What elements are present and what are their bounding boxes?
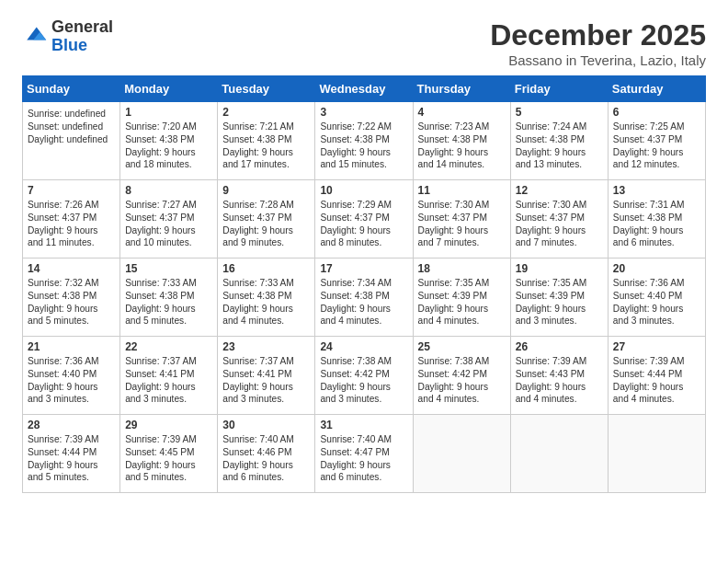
day-number: 15 [125,262,212,275]
day-number: 5 [516,106,603,119]
calendar-cell: 26Sunrise: 7:39 AMSunset: 4:43 PMDayligh… [510,337,608,415]
day-number: 10 [320,184,407,197]
calendar-cell: 8Sunrise: 7:27 AMSunset: 4:37 PMDaylight… [120,180,218,259]
day-number: 27 [613,340,700,353]
day-number: 3 [320,106,407,119]
cell-content: Sunrise: 7:40 AMSunset: 4:47 PMDaylight:… [320,433,407,484]
calendar-cell: 2Sunrise: 7:21 AMSunset: 4:38 PMDaylight… [218,102,315,180]
cell-content: Sunrise: 7:38 AMSunset: 4:42 PMDaylight:… [418,355,506,406]
cell-content: Sunrise: 7:26 AMSunset: 4:37 PMDaylight:… [28,199,115,249]
title-block: December 2025 Bassano in Teverina, Lazio… [490,18,706,68]
cell-content: Sunrise: 7:30 AMSunset: 4:37 PMDaylight:… [418,199,506,249]
day-number: 29 [125,419,212,431]
day-number: 9 [222,184,310,197]
cell-content: Sunrise: 7:31 AMSunset: 4:38 PMDaylight:… [613,199,700,249]
weekday-tuesday: Tuesday [218,76,315,102]
cell-content: Sunrise: 7:28 AMSunset: 4:37 PMDaylight:… [222,199,310,249]
calendar-cell: 17Sunrise: 7:34 AMSunset: 4:38 PMDayligh… [315,259,413,337]
calendar-cell: 5Sunrise: 7:24 AMSunset: 4:38 PMDaylight… [510,102,608,180]
cell-content: Sunrise: 7:29 AMSunset: 4:37 PMDaylight:… [320,199,407,249]
calendar-cell: 19Sunrise: 7:35 AMSunset: 4:39 PMDayligh… [510,259,608,337]
cell-content: Sunrise: 7:34 AMSunset: 4:38 PMDaylight:… [320,277,407,327]
weekday-wednesday: Wednesday [315,76,413,102]
weekday-thursday: Thursday [413,76,510,102]
weekday-saturday: Saturday [608,76,705,102]
calendar-cell: Sunrise: undefinedSunset: undefinedDayli… [23,102,120,180]
page-header: General Blue December 2025 Bassano in Te… [22,18,706,68]
cell-content: Sunrise: 7:39 AMSunset: 4:44 PMDaylight:… [28,433,115,484]
day-number: 31 [320,419,407,431]
calendar-cell: 14Sunrise: 7:32 AMSunset: 4:38 PMDayligh… [23,259,120,337]
day-number: 7 [28,184,115,197]
weekday-sunday: Sunday [23,76,120,102]
day-number: 28 [28,419,115,431]
week-row-4: 21Sunrise: 7:36 AMSunset: 4:40 PMDayligh… [23,337,706,415]
week-row-3: 14Sunrise: 7:32 AMSunset: 4:38 PMDayligh… [23,259,706,337]
cell-content: Sunrise: 7:39 AMSunset: 4:45 PMDaylight:… [125,433,212,484]
logo-blue: Blue [51,36,87,54]
cell-content: Sunrise: undefinedSunset: undefinedDayli… [28,108,115,145]
day-number: 22 [125,340,212,353]
cell-content: Sunrise: 7:23 AMSunset: 4:38 PMDaylight:… [418,121,506,171]
day-number: 1 [125,106,212,119]
cell-content: Sunrise: 7:39 AMSunset: 4:43 PMDaylight:… [516,355,603,406]
calendar-cell: 25Sunrise: 7:38 AMSunset: 4:42 PMDayligh… [413,337,510,415]
cell-content: Sunrise: 7:30 AMSunset: 4:37 PMDaylight:… [516,199,603,249]
calendar-cell: 21Sunrise: 7:36 AMSunset: 4:40 PMDayligh… [23,337,120,415]
day-number: 2 [222,106,310,119]
calendar-cell: 27Sunrise: 7:39 AMSunset: 4:44 PMDayligh… [608,337,705,415]
day-number: 30 [222,419,310,431]
calendar-cell: 11Sunrise: 7:30 AMSunset: 4:37 PMDayligh… [413,180,510,259]
week-row-5: 28Sunrise: 7:39 AMSunset: 4:44 PMDayligh… [23,415,706,493]
day-number: 13 [613,184,700,197]
calendar-cell [413,415,510,493]
day-number: 19 [516,262,603,275]
calendar-cell: 24Sunrise: 7:38 AMSunset: 4:42 PMDayligh… [315,337,413,415]
calendar-cell: 31Sunrise: 7:40 AMSunset: 4:47 PMDayligh… [315,415,413,493]
day-number: 14 [28,262,115,275]
cell-content: Sunrise: 7:39 AMSunset: 4:44 PMDaylight:… [613,355,700,406]
cell-content: Sunrise: 7:35 AMSunset: 4:39 PMDaylight:… [516,277,603,327]
cell-content: Sunrise: 7:37 AMSunset: 4:41 PMDaylight:… [125,355,212,406]
calendar-cell: 6Sunrise: 7:25 AMSunset: 4:37 PMDaylight… [608,102,705,180]
calendar-cell: 1Sunrise: 7:20 AMSunset: 4:38 PMDaylight… [120,102,218,180]
cell-content: Sunrise: 7:38 AMSunset: 4:42 PMDaylight:… [320,355,407,406]
cell-content: Sunrise: 7:27 AMSunset: 4:37 PMDaylight:… [125,199,212,249]
day-number: 25 [418,340,506,353]
day-number: 11 [418,184,506,197]
cell-content: Sunrise: 7:25 AMSunset: 4:37 PMDaylight:… [613,121,700,171]
day-number: 17 [320,262,407,275]
weekday-friday: Friday [510,76,608,102]
calendar-cell: 23Sunrise: 7:37 AMSunset: 4:41 PMDayligh… [218,337,315,415]
calendar: SundayMondayTuesdayWednesdayThursdayFrid… [22,75,706,493]
calendar-cell: 20Sunrise: 7:36 AMSunset: 4:40 PMDayligh… [608,259,705,337]
month-title: December 2025 [490,18,706,52]
day-number: 6 [613,106,700,119]
calendar-cell: 4Sunrise: 7:23 AMSunset: 4:38 PMDaylight… [413,102,510,180]
calendar-cell: 7Sunrise: 7:26 AMSunset: 4:37 PMDaylight… [23,180,120,259]
week-row-1: Sunrise: undefinedSunset: undefinedDayli… [23,102,706,180]
calendar-cell: 13Sunrise: 7:31 AMSunset: 4:38 PMDayligh… [608,180,705,259]
logo-icon [22,24,48,50]
calendar-body: Sunrise: undefinedSunset: undefinedDayli… [23,102,706,493]
day-number: 18 [418,262,506,275]
day-number: 23 [222,340,310,353]
calendar-cell: 15Sunrise: 7:33 AMSunset: 4:38 PMDayligh… [120,259,218,337]
cell-content: Sunrise: 7:40 AMSunset: 4:46 PMDaylight:… [222,433,310,484]
day-number: 12 [516,184,603,197]
cell-content: Sunrise: 7:37 AMSunset: 4:41 PMDaylight:… [222,355,310,406]
day-number: 21 [28,340,115,353]
location: Bassano in Teverina, Lazio, Italy [490,52,706,68]
cell-content: Sunrise: 7:35 AMSunset: 4:39 PMDaylight:… [418,277,506,327]
logo-general: General [51,17,113,36]
cell-content: Sunrise: 7:36 AMSunset: 4:40 PMDaylight:… [28,355,115,406]
day-number: 4 [418,106,506,119]
cell-content: Sunrise: 7:22 AMSunset: 4:38 PMDaylight:… [320,121,407,171]
cell-content: Sunrise: 7:24 AMSunset: 4:38 PMDaylight:… [516,121,603,171]
weekday-monday: Monday [120,76,218,102]
calendar-cell: 12Sunrise: 7:30 AMSunset: 4:37 PMDayligh… [510,180,608,259]
calendar-header: SundayMondayTuesdayWednesdayThursdayFrid… [23,76,706,102]
cell-content: Sunrise: 7:33 AMSunset: 4:38 PMDaylight:… [222,277,310,327]
calendar-cell: 9Sunrise: 7:28 AMSunset: 4:37 PMDaylight… [218,180,315,259]
logo-text: General Blue [51,18,113,55]
